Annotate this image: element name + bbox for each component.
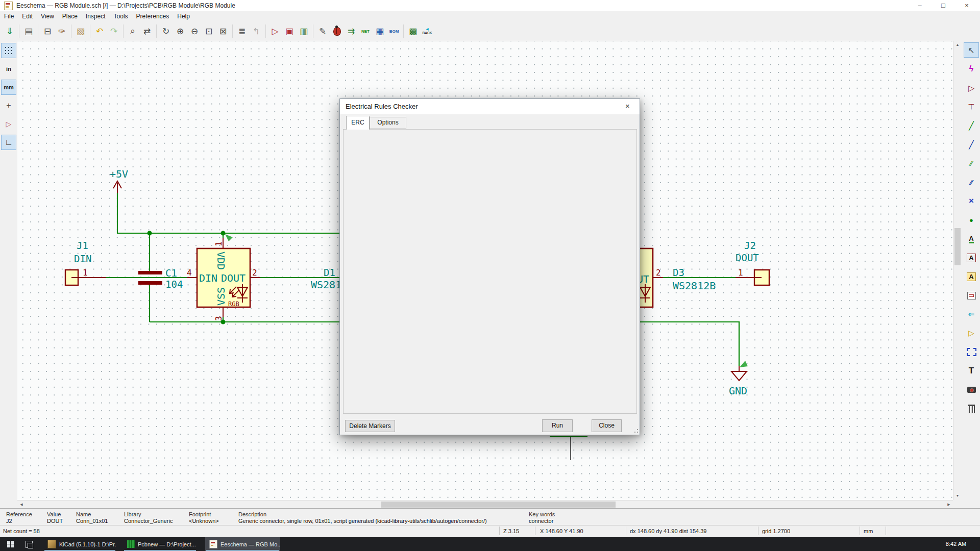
- menu-view[interactable]: View: [37, 11, 58, 21]
- zoom-out-icon[interactable]: ⊖: [187, 24, 202, 38]
- run-button[interactable]: Run: [542, 419, 573, 432]
- save-icon[interactable]: ⇓: [3, 24, 17, 38]
- find-replace-icon[interactable]: ⇄: [140, 24, 154, 38]
- wire-to-bus-entry-icon[interactable]: ∕∕: [964, 156, 979, 171]
- zoom-fit-icon[interactable]: ⊡: [202, 24, 216, 38]
- menu-preferences[interactable]: Preferences: [132, 11, 174, 21]
- dialog-close-button[interactable]: ×: [616, 99, 639, 114]
- scroll-left-icon[interactable]: ◀: [17, 500, 26, 509]
- scroll-right-icon[interactable]: ▶: [945, 500, 953, 509]
- toolbar-separator: [313, 24, 313, 38]
- delete-tool-icon[interactable]: [964, 401, 979, 416]
- zoom-in-icon[interactable]: ⊕: [173, 24, 187, 38]
- print-icon[interactable]: ⊟: [40, 24, 55, 38]
- minimize-button[interactable]: –: [908, 0, 932, 11]
- start-button[interactable]: [7, 541, 14, 547]
- highlight-net-icon[interactable]: ϟ: [964, 61, 979, 77]
- tab-options[interactable]: Options: [370, 117, 406, 129]
- redraw-view-icon[interactable]: ↻: [159, 24, 173, 38]
- erc-icon[interactable]: [330, 24, 344, 38]
- place-graphic-lines-icon[interactable]: [964, 344, 979, 360]
- cursor-shape-icon[interactable]: +: [1, 98, 16, 113]
- menu-edit[interactable]: Edit: [18, 11, 37, 21]
- select-tool-icon[interactable]: ↖: [964, 42, 979, 58]
- d3-reference[interactable]: D3: [673, 267, 684, 278]
- delete-markers-button[interactable]: Delete Markers: [345, 420, 395, 432]
- vertical-scrollbar-thumb[interactable]: [954, 228, 961, 265]
- hidden-pins-icon[interactable]: ▷: [1, 116, 16, 132]
- close-button[interactable]: ×: [955, 0, 978, 11]
- horizontal-scrollbar[interactable]: ◀ ▶: [17, 500, 953, 509]
- assign-footprints-icon[interactable]: ⇉: [344, 24, 358, 38]
- place-wire-icon[interactable]: ╱: [964, 118, 979, 133]
- place-symbol-icon[interactable]: ▷: [964, 80, 979, 95]
- import-sheet-pin-icon[interactable]: ⇐: [964, 307, 979, 322]
- symbol-editor-icon[interactable]: ▷: [268, 24, 282, 38]
- netlist-icon[interactable]: NET: [358, 24, 373, 38]
- j1-reference[interactable]: J1: [77, 240, 88, 251]
- taskbar-app-eeschema[interactable]: Eeschema — RGB Mo...: [205, 537, 280, 551]
- hv-wires-icon[interactable]: ∟: [1, 135, 16, 150]
- power-label-5v[interactable]: +5V: [110, 168, 128, 180]
- place-bus-icon[interactable]: ╱: [964, 137, 979, 152]
- gnd-label[interactable]: GND: [729, 385, 747, 397]
- redo-icon[interactable]: ↷: [107, 24, 121, 38]
- vertical-scrollbar[interactable]: ▲ ▼: [953, 41, 962, 500]
- menu-file[interactable]: File: [0, 11, 18, 21]
- units-mm-icon[interactable]: mm: [1, 80, 16, 95]
- taskbar-app-kicad[interactable]: KiCad (5.1.10)-1 D:\Pr...: [43, 537, 116, 551]
- place-power-port-icon[interactable]: ⊥: [964, 99, 979, 114]
- back-annotate-icon[interactable]: ◂ BACK: [420, 24, 434, 38]
- scroll-up-icon[interactable]: ▲: [953, 41, 962, 49]
- leave-sheet-icon[interactable]: ↰: [249, 24, 263, 38]
- close-dialog-button[interactable]: Close: [592, 419, 622, 432]
- place-net-label-icon[interactable]: A: [964, 231, 979, 246]
- plot-icon[interactable]: ✑: [55, 24, 69, 38]
- d1-reference[interactable]: D1: [324, 267, 335, 278]
- tab-erc[interactable]: ERC: [346, 116, 370, 130]
- menu-place[interactable]: Place: [58, 11, 82, 21]
- symbol-browser-icon[interactable]: ▣: [282, 24, 297, 38]
- horizontal-scrollbar-thumb[interactable]: [381, 502, 616, 508]
- dialog-title-bar[interactable]: Electrical Rules Checker ×: [340, 99, 640, 114]
- c1-reference[interactable]: C1: [165, 267, 177, 279]
- symbol-libraries-icon[interactable]: ▥: [297, 24, 311, 38]
- restore-button[interactable]: □: [932, 0, 955, 11]
- place-junction-icon[interactable]: ●: [964, 212, 979, 228]
- hierarchy-navigator-icon[interactable]: ≣: [235, 24, 249, 38]
- units-inches-icon[interactable]: in: [1, 61, 16, 77]
- place-text-icon[interactable]: T: [964, 363, 979, 379]
- j2-reference[interactable]: J2: [744, 240, 756, 251]
- menu-tools[interactable]: Tools: [110, 11, 132, 21]
- grid-toggle-icon[interactable]: [1, 43, 16, 58]
- run-pcbnew-icon[interactable]: ▩: [406, 24, 420, 38]
- taskbar-app-pcbnew[interactable]: Pcbnew — D:\Project...: [123, 537, 197, 551]
- scroll-down-icon[interactable]: ▼: [953, 492, 962, 500]
- j1-value[interactable]: DIN: [74, 253, 91, 264]
- task-view-button[interactable]: [26, 541, 33, 548]
- place-hierarchical-sheet-icon[interactable]: [964, 288, 979, 303]
- bus-to-bus-entry-icon[interactable]: ∕∕: [964, 174, 979, 190]
- taskbar-clock[interactable]: 8:42 AM: [938, 537, 974, 551]
- zoom-selection-icon[interactable]: ⊠: [216, 24, 230, 38]
- place-hierarchical-label-icon[interactable]: A: [964, 269, 979, 284]
- symbol-fields-table-icon[interactable]: ▦: [373, 24, 387, 38]
- paste-icon[interactable]: ▧: [74, 24, 88, 38]
- d3-value[interactable]: WS2812B: [673, 280, 716, 292]
- j2-value[interactable]: DOUT: [736, 252, 759, 263]
- place-global-label-icon[interactable]: A: [964, 250, 979, 265]
- place-image-icon[interactable]: [964, 382, 979, 397]
- c1-value[interactable]: 104: [165, 279, 183, 290]
- page-settings-icon[interactable]: ▤: [21, 24, 36, 38]
- undo-icon[interactable]: ↶: [92, 24, 107, 38]
- annotate-icon[interactable]: ✎: [315, 24, 330, 38]
- status-bar: Reference Value Name Library Footprint D…: [0, 508, 980, 538]
- bom-icon[interactable]: BOM: [387, 24, 401, 38]
- col-description-header: Description: [238, 511, 266, 517]
- resize-grip[interactable]: [634, 429, 639, 433]
- place-sheet-pin-icon[interactable]: ▷: [964, 325, 979, 341]
- menu-help[interactable]: Help: [173, 11, 194, 21]
- find-icon[interactable]: ⌕: [126, 24, 140, 38]
- menu-inspect[interactable]: Inspect: [82, 11, 110, 21]
- no-connect-flag-icon[interactable]: ×: [964, 193, 979, 209]
